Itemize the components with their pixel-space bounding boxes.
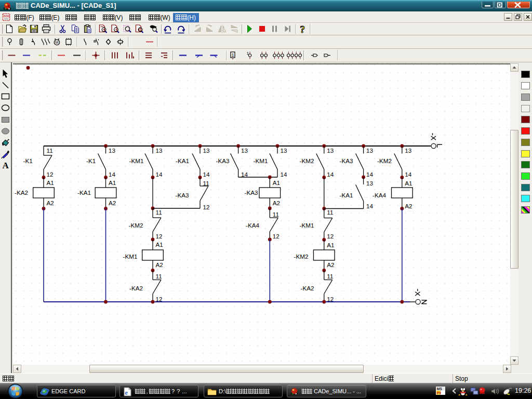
svg-text:-KA2: -KA2	[301, 285, 314, 291]
svg-text:13: 13	[281, 147, 287, 154]
svg-text:A1: A1	[327, 242, 334, 248]
svg-text:14: 14	[156, 171, 163, 178]
svg-text:-KM1: -KM1	[254, 157, 268, 164]
svg-text:13: 13	[366, 147, 373, 154]
svg-text:-KA1: -KA1	[176, 157, 189, 164]
svg-text:11: 11	[156, 273, 162, 280]
svg-text:-KA3: -KA3	[340, 157, 353, 164]
svg-text:A2: A2	[47, 200, 54, 206]
svg-text:-KM1: -KM1	[300, 222, 314, 229]
svg-text:11: 11	[273, 211, 279, 218]
svg-text:-KM2: -KM2	[377, 157, 392, 164]
svg-text:12: 12	[327, 233, 334, 240]
svg-text:-KA4: -KA4	[246, 222, 259, 229]
svg-text:14: 14	[281, 171, 288, 178]
svg-text:-KA2: -KA2	[15, 189, 28, 196]
svg-text:13: 13	[405, 147, 411, 154]
svg-text:13: 13	[109, 147, 115, 154]
svg-text:14: 14	[366, 203, 374, 209]
svg-text:A2: A2	[109, 200, 116, 206]
svg-text:14: 14	[109, 171, 116, 178]
svg-text:14: 14	[203, 171, 210, 178]
svg-text:14: 14	[366, 171, 374, 178]
svg-text:-KM2: -KM2	[300, 157, 314, 164]
svg-text:-K1: -K1	[23, 157, 33, 164]
svg-text:12: 12	[203, 204, 210, 210]
svg-text:-KM2: -KM2	[294, 253, 309, 260]
svg-text:A2: A2	[156, 261, 163, 268]
svg-text:A1: A1	[47, 179, 54, 186]
svg-text:-KA3: -KA3	[216, 157, 230, 164]
svg-text:11: 11	[156, 209, 162, 216]
svg-text:-KA3: -KA3	[245, 189, 258, 196]
svg-text:-KM1: -KM1	[123, 253, 138, 260]
svg-text:12: 12	[156, 233, 163, 240]
svg-text:14: 14	[241, 171, 248, 178]
svg-text:A2: A2	[405, 203, 412, 209]
svg-text:e: e	[125, 389, 128, 396]
svg-text:13: 13	[366, 180, 373, 187]
svg-text:-KA4: -KA4	[373, 192, 386, 198]
svg-text:14: 14	[405, 171, 412, 178]
svg-text:A1: A1	[273, 179, 280, 186]
svg-text:-KM2: -KM2	[129, 222, 143, 229]
svg-text:11: 11	[47, 147, 53, 154]
svg-text:MS: MS	[437, 387, 443, 391]
svg-text:-KM1: -KM1	[129, 157, 144, 164]
svg-text:13: 13	[241, 147, 248, 154]
svg-text:13: 13	[203, 147, 210, 154]
svg-text:-KA3: -KA3	[176, 192, 189, 198]
svg-text:12: 12	[156, 296, 163, 302]
svg-text:11: 11	[327, 209, 333, 216]
svg-text:13: 13	[156, 147, 163, 154]
svg-text:-KA2: -KA2	[129, 285, 143, 291]
svg-text:A1: A1	[156, 241, 163, 248]
svg-text:11: 11	[327, 273, 333, 280]
svg-text:14: 14	[327, 171, 334, 178]
svg-text:A1: A1	[405, 180, 412, 187]
svg-text:A1: A1	[109, 179, 116, 186]
svg-text:A2: A2	[273, 200, 280, 206]
svg-text:12: 12	[327, 296, 334, 302]
svg-text:11: 11	[203, 180, 209, 187]
svg-text:12: 12	[47, 171, 54, 178]
svg-text:A2: A2	[327, 261, 334, 268]
svg-text:-KA1: -KA1	[77, 189, 91, 196]
svg-text:P¥: P¥	[437, 391, 442, 395]
svg-text:13: 13	[327, 147, 334, 154]
svg-text:-K1: -K1	[86, 157, 96, 164]
svg-text:-KA1: -KA1	[340, 192, 353, 198]
svg-text:12: 12	[273, 233, 280, 240]
